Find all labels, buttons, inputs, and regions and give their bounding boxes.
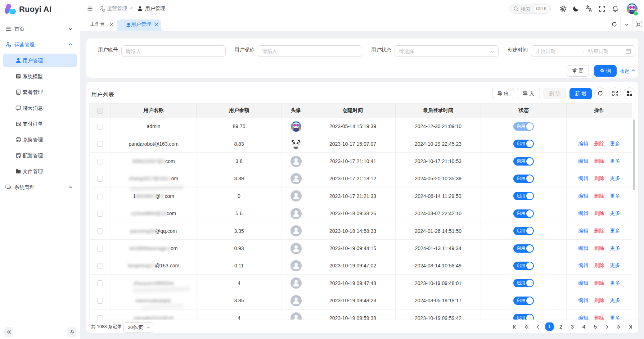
svg-text:A: A — [589, 8, 592, 12]
